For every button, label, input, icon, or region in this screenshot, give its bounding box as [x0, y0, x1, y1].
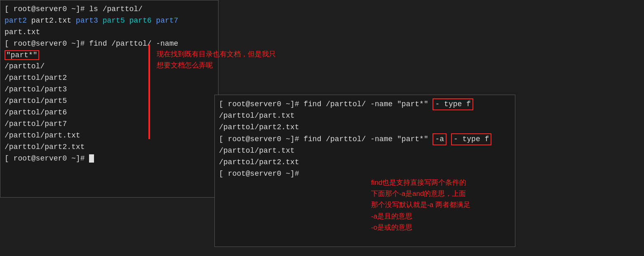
annotation-line-1: find也是支持直接写两个条件的 — [371, 177, 548, 188]
annotation-left-text: 现在找到既有目录也有文档，但是我只想要文档怎么弄呢 — [157, 49, 280, 71]
right-output-1: /parttol/part.txt — [219, 110, 511, 122]
a-box: -a — [432, 133, 447, 145]
annotation-line-5: -o是或的意思 — [371, 222, 548, 233]
file-part6: part6 — [129, 16, 152, 25]
output-part5: /parttol/part5 — [5, 95, 214, 107]
output-part-txt: /parttol/part.txt — [5, 130, 214, 142]
right-output-3: /parttol/part.txt — [219, 145, 511, 157]
final-prompt: [ root@server0 ~]# — [5, 153, 214, 165]
right-output-2: /parttol/part2.txt — [219, 122, 511, 133]
output-part2: /parttol/part2 — [5, 72, 214, 84]
prompt-ls: [ root@server0 ~]# ls /parttol/ — [5, 5, 143, 13]
type-f-box-1: - type f — [432, 98, 473, 110]
file-list-line: part2 part2.txt part3 part5 part6 part7 … — [5, 15, 214, 38]
part-star-box: "part*" — [5, 50, 39, 60]
file-part3: part3 — [76, 16, 98, 25]
type-f-box-2: - type f — [451, 133, 491, 145]
output-part3: /parttol/part3 — [5, 84, 214, 95]
red-vertical-bar — [148, 44, 150, 139]
right-output-4: /parttol/part2.txt — [219, 157, 511, 168]
annotation-right-bottom: find也是支持直接写两个条件的 下面那个-a是and的意思，上面 那个没写默认… — [371, 177, 548, 233]
annotation-line-3: 那个没写默认就是-a 两者都满足 — [371, 199, 548, 210]
output-part7: /parttol/part7 — [5, 119, 214, 130]
cursor — [89, 154, 94, 163]
annotation-line-2: 下面那个-a是and的意思，上面 — [371, 188, 548, 199]
file-part2: part2 — [5, 16, 27, 25]
file-part7: part7 — [156, 16, 178, 25]
cmd-ls: [ root@server0 ~]# ls /parttol/ — [5, 4, 214, 15]
terminal-left: [ root@server0 ~]# ls /parttol/ part2 pa… — [0, 0, 219, 198]
output-part2-txt: /parttol/part2.txt — [5, 142, 214, 153]
cmd-find-type: [ root@server0 ~]# find /parttol/ -name … — [219, 98, 511, 110]
terminal-left-content: [ root@server0 ~]# ls /parttol/ part2 pa… — [5, 4, 214, 164]
cmd-find-a-type: [ root@server0 ~]# find /parttol/ -name … — [219, 133, 511, 145]
annotation-left: 现在找到既有目录也有文档，但是我只想要文档怎么弄呢 — [157, 49, 280, 71]
output-part6: /parttol/part6 — [5, 107, 214, 119]
file-part5: part5 — [103, 16, 125, 25]
annotation-line-4: -a是且的意思 — [371, 211, 548, 222]
